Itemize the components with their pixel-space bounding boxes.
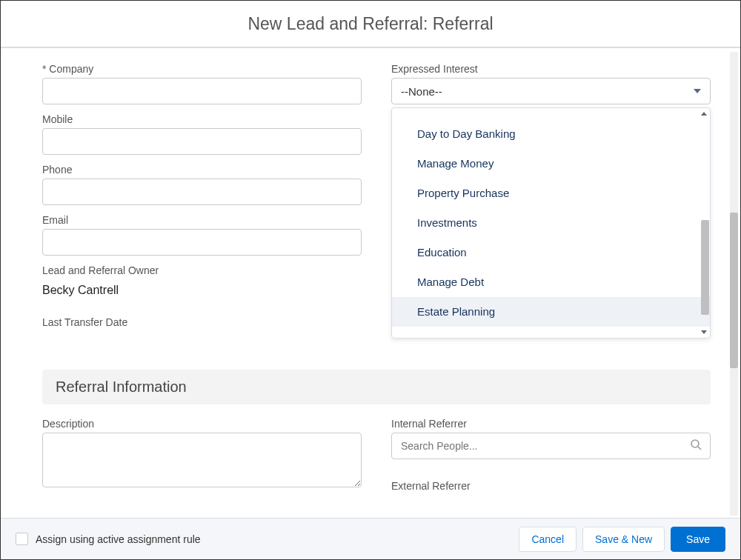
- chevron-down-icon: [694, 89, 701, 93]
- external-referrer-label: External Referrer: [391, 480, 711, 492]
- dropdown-option[interactable]: Day to Day Banking: [392, 119, 710, 149]
- owner-label: Lead and Referral Owner: [42, 264, 362, 276]
- modal-body: * Company Mobile Phone Email Lead and Re: [1, 50, 740, 518]
- company-label: * Company: [42, 63, 362, 75]
- referral-row: Description Internal Referrer External R…: [42, 418, 711, 501]
- email-field: Email: [42, 214, 362, 256]
- page-scrollbar-thumb[interactable]: [730, 213, 738, 368]
- search-icon: [690, 439, 702, 453]
- assign-rule-checkbox[interactable]: [16, 533, 28, 545]
- dropdown-option[interactable]: Manage Money: [392, 149, 710, 179]
- form-grid: * Company Mobile Phone Email Lead and Re: [42, 63, 711, 501]
- expressed-interest-selected-value: --None--: [401, 85, 442, 98]
- modal-footer: Assign using active assignment rule Canc…: [1, 518, 740, 559]
- footer-actions: Cancel Save & New Save: [519, 527, 725, 552]
- phone-field: Phone: [42, 164, 362, 205]
- dropdown-option[interactable]: Education: [392, 238, 710, 267]
- mobile-field: Mobile: [42, 113, 362, 155]
- caret-up-icon: [701, 112, 707, 116]
- mobile-label: Mobile: [42, 113, 362, 125]
- svg-point-0: [691, 440, 699, 447]
- form-scroll-area: * Company Mobile Phone Email Lead and Re: [1, 50, 740, 518]
- dropdown-scroll-up[interactable]: [392, 108, 710, 119]
- modal-title: New Lead and Referral: Referral: [247, 14, 493, 34]
- expressed-interest-field: Expressed Interest --None-- Day to Day B…: [391, 63, 711, 104]
- email-label: Email: [42, 214, 362, 226]
- assign-rule-label: Assign using active assignment rule: [36, 533, 201, 545]
- dropdown-option[interactable]: Investments: [392, 208, 710, 238]
- company-input[interactable]: [42, 78, 362, 104]
- dropdown-option[interactable]: Property Purchase: [392, 179, 710, 208]
- save-button[interactable]: Save: [671, 527, 725, 552]
- phone-input[interactable]: [42, 179, 362, 205]
- mobile-input[interactable]: [42, 128, 362, 155]
- internal-referrer-field: Internal Referrer External Referrer: [391, 418, 711, 492]
- dropdown-list: Day to Day BankingManage MoneyProperty P…: [392, 119, 710, 327]
- dropdown-scrollbar-thumb[interactable]: [701, 220, 709, 315]
- owner-field: Lead and Referral Owner Becky Cantrell: [42, 264, 362, 297]
- phone-label: Phone: [42, 164, 362, 176]
- internal-referrer-input[interactable]: [391, 433, 711, 459]
- footer-left: Assign using active assignment rule: [16, 533, 201, 545]
- internal-referrer-label: Internal Referrer: [391, 418, 711, 430]
- expressed-interest-dropdown: Day to Day BankingManage MoneyProperty P…: [391, 107, 711, 339]
- email-input[interactable]: [42, 229, 362, 256]
- dropdown-option[interactable]: Estate Planning: [392, 297, 710, 327]
- dropdown-option[interactable]: Manage Debt: [392, 267, 710, 297]
- section-referral-information: Referral Information: [42, 370, 711, 404]
- modal-header: New Lead and Referral: Referral: [1, 1, 740, 48]
- svg-line-1: [698, 447, 701, 450]
- expressed-interest-trigger[interactable]: --None--: [391, 78, 711, 104]
- description-input[interactable]: [42, 433, 362, 487]
- caret-down-icon: [701, 330, 707, 334]
- dropdown-scroll-down[interactable]: [392, 327, 710, 338]
- save-and-new-button[interactable]: Save & New: [582, 527, 665, 552]
- expressed-interest-combobox: --None-- Day to Day BankingManage MoneyP…: [391, 78, 711, 104]
- form-right-column: Expressed Interest --None-- Day to Day B…: [391, 63, 711, 328]
- company-field: * Company: [42, 63, 362, 104]
- description-field: Description: [42, 418, 362, 492]
- expressed-interest-label: Expressed Interest: [391, 63, 711, 75]
- last-transfer-date-label: Last Transfer Date: [42, 306, 362, 328]
- form-left-column: * Company Mobile Phone Email Lead and Re: [42, 63, 362, 328]
- description-label: Description: [42, 418, 362, 430]
- cancel-button[interactable]: Cancel: [519, 527, 576, 552]
- section-title: Referral Information: [56, 379, 697, 396]
- owner-value: Becky Cantrell: [42, 279, 362, 297]
